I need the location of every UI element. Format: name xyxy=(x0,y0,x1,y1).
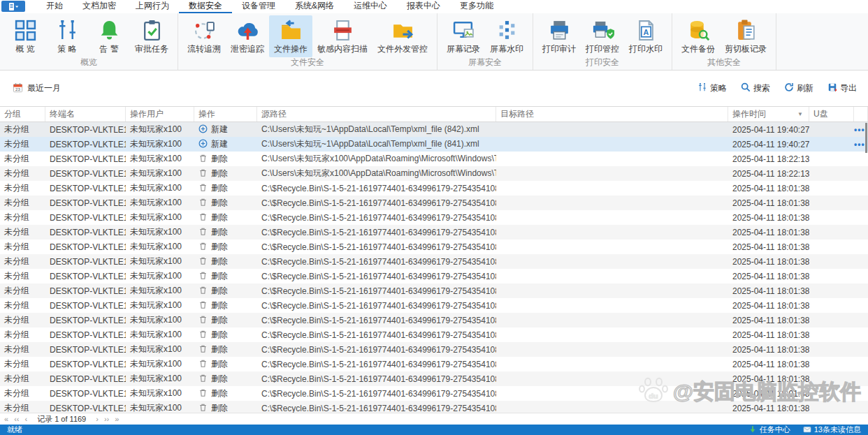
table-row[interactable]: 未分组DESKTOP-VLKTLE1未知玩家x100删除C:\Users\未知玩… xyxy=(0,166,868,181)
tab-3[interactable]: 上网行为 xyxy=(126,0,179,13)
table-row[interactable]: 未分组DESKTOP-VLKTLE1未知玩家x100删除C:\$Recycle.… xyxy=(0,357,868,371)
table-row[interactable]: 未分组DESKTOP-VLKTLE1未知玩家x100删除C:\$Recycle.… xyxy=(0,239,868,254)
prev-fast-icon[interactable]: ‹‹ xyxy=(14,415,19,423)
tab-6[interactable]: 系统&网络 xyxy=(285,0,344,13)
cell-user: 未知玩家x100 xyxy=(126,212,194,223)
table-row[interactable]: 未分组DESKTOP-VLKTLE1未知玩家x100删除C:\$Recycle.… xyxy=(0,196,868,210)
ribbon-item[interactable]: 概 览 xyxy=(4,15,46,57)
trash-icon xyxy=(198,242,208,253)
table-row[interactable]: 未分组DESKTOP-VLKTLE1未知玩家x100删除C:\$Recycle.… xyxy=(0,269,868,283)
cell-terminal: DESKTOP-VLKTLE1 xyxy=(45,184,126,193)
table-row[interactable]: 未分组DESKTOP-VLKTLE1未知玩家x100删除C:\$Recycle.… xyxy=(0,283,868,298)
tab-8[interactable]: 报表中心 xyxy=(397,0,450,13)
cell-group: 未分组 xyxy=(0,212,45,223)
table-row[interactable]: 未分组DESKTOP-VLKTLE1未知玩家x100删除C:\$Recycle.… xyxy=(0,254,868,269)
tab-4[interactable]: 数据安全 xyxy=(179,0,232,13)
table-row[interactable]: 未分组DESKTOP-VLKTLE1未知玩家x100删除C:\$Recycle.… xyxy=(0,298,868,313)
ribbon-item[interactable]: 打印管控 xyxy=(581,15,624,57)
cell-action: 删除 xyxy=(194,358,257,370)
column-filter-caret-icon[interactable]: ▼ xyxy=(797,111,803,117)
cell-terminal: DESKTOP-VLKTLE1 xyxy=(45,213,126,223)
tab-1[interactable]: 开始 xyxy=(36,0,73,13)
column-header[interactable]: 目标路径 xyxy=(496,107,728,121)
toolbar-button[interactable]: 搜索 xyxy=(741,82,770,94)
ribbon-item[interactable]: 策 略 xyxy=(46,15,88,57)
tab-2[interactable]: 文档加密 xyxy=(73,0,126,13)
trash-icon xyxy=(198,183,208,194)
ribbon-item[interactable]: 敏感内容扫描 xyxy=(312,15,372,57)
trash-icon xyxy=(198,374,208,385)
ribbon-item[interactable]: 文件操作 xyxy=(269,15,312,57)
ribbon-item[interactable]: 告 警 xyxy=(88,15,130,57)
tab-9[interactable]: 更多功能 xyxy=(450,0,503,13)
cell-source-path: C:\$Recycle.Bin\S-1-5-21-1619774401-6349… xyxy=(257,272,496,281)
ribbon-item[interactable]: 审批任务 xyxy=(130,15,173,57)
ribbon-item[interactable]: 文件备份 xyxy=(677,15,720,57)
column-header[interactable]: U盘 xyxy=(809,107,854,121)
ribbon-item[interactable]: 泄密追踪 xyxy=(226,15,269,57)
export-icon xyxy=(827,82,837,94)
ribbon-item-label: 剪切板记录 xyxy=(725,43,767,55)
table-row[interactable]: 未分组DESKTOP-VLKTLE1未知玩家x100删除C:\$Recycle.… xyxy=(0,210,868,225)
ribbon-item[interactable]: 文件外发管控 xyxy=(372,15,433,57)
table-row[interactable]: 未分组DESKTOP-VLKTLE1未知玩家x100删除C:\$Recycle.… xyxy=(0,386,868,401)
search-icon xyxy=(741,82,751,94)
cell-source-path: C:\Users\未知玩家x100\AppData\Roaming\Micros… xyxy=(257,168,496,179)
column-header[interactable]: 操作 xyxy=(194,107,257,121)
next-page-icon[interactable]: › xyxy=(96,415,99,423)
tab-7[interactable]: 运维中心 xyxy=(344,0,397,13)
trash-icon xyxy=(198,212,208,223)
table-row[interactable]: 未分组DESKTOP-VLKTLE1未知玩家x100删除C:\$Recycle.… xyxy=(0,313,868,327)
unread-messages-button[interactable]: 13条未读信息 xyxy=(803,425,861,435)
ribbon-item[interactable]: 打印审计 xyxy=(537,15,581,57)
last-page-icon[interactable]: » xyxy=(115,415,119,423)
plus-circle-icon xyxy=(198,124,208,135)
first-page-icon[interactable]: « xyxy=(4,415,8,423)
column-header[interactable] xyxy=(854,107,868,121)
table-row[interactable]: 未分组DESKTOP-VLKTLE1未知玩家x100删除C:\$Recycle.… xyxy=(0,181,868,196)
trash-icon xyxy=(198,256,208,267)
task-center-button[interactable]: 任务中心 xyxy=(748,425,790,435)
table-row[interactable]: 未分组DESKTOP-VLKTLE1未知玩家x100删除C:\$Recycle.… xyxy=(0,371,868,386)
table-row[interactable]: 未分组DESKTOP-VLKTLE1未知玩家x100删除C:\$Recycle.… xyxy=(0,327,868,342)
ribbon-item[interactable]: 屏幕记录 xyxy=(442,15,485,57)
cell-source-path: C:\$Recycle.Bin\S-1-5-21-1619774401-6349… xyxy=(257,404,496,413)
toolbar-button-label: 刷新 xyxy=(797,82,813,94)
table-row[interactable]: 未分组DESKTOP-VLKTLE1未知玩家x100新建C:\Users\未知玩… xyxy=(0,122,868,137)
date-range-filter[interactable]: 23 最近一月 xyxy=(13,82,61,95)
cell-source-path: C:\$Recycle.Bin\S-1-5-21-1619774401-6349… xyxy=(257,360,496,369)
toolbar-button[interactable]: 导出 xyxy=(827,82,857,94)
overview-grid-icon xyxy=(14,18,37,42)
table-row[interactable]: 未分组DESKTOP-VLKTLE1未知玩家x100删除C:\$Recycle.… xyxy=(0,225,868,239)
ribbon-item[interactable]: 屏幕水印 xyxy=(485,15,528,57)
ribbon-group: 打印审计打印管控A打印水印打印安全 xyxy=(533,13,672,70)
next-fast-icon[interactable]: ›› xyxy=(104,415,109,423)
app-menu-button[interactable] xyxy=(1,1,25,12)
cell-source-path: C:\$Recycle.Bin\S-1-5-21-1619774401-6349… xyxy=(257,228,496,237)
toolbar-button[interactable]: 刷新 xyxy=(784,82,813,94)
table-row[interactable]: 未分组DESKTOP-VLKTLE1未知玩家x100删除C:\$Recycle.… xyxy=(0,401,868,413)
trash-icon xyxy=(198,271,208,282)
ribbon-item[interactable]: 剪切板记录 xyxy=(720,15,772,57)
tab-5[interactable]: 设备管理 xyxy=(232,0,285,13)
plus-circle-icon xyxy=(198,139,208,150)
prev-page-icon[interactable]: ‹ xyxy=(24,415,27,423)
ribbon-group-label: 打印安全 xyxy=(533,57,672,68)
cell-user: 未知玩家x100 xyxy=(126,168,194,179)
vertical-scrollbar[interactable] xyxy=(865,123,867,153)
toolbar-button[interactable]: 策略 xyxy=(697,82,727,94)
cell-user: 未知玩家x100 xyxy=(126,226,194,238)
ribbon-item[interactable]: A打印水印 xyxy=(624,15,667,57)
ribbon-item[interactable]: 流转追溯 xyxy=(182,15,226,57)
column-header[interactable]: 终端名 xyxy=(45,107,126,121)
column-header[interactable]: 分组 xyxy=(0,107,45,121)
table-row[interactable]: 未分组DESKTOP-VLKTLE1未知玩家x100新建C:\Users\未知玩… xyxy=(0,137,868,152)
table-row[interactable]: 未分组DESKTOP-VLKTLE1未知玩家x100删除C:\$Recycle.… xyxy=(0,342,868,357)
column-header[interactable]: 操作用户 xyxy=(126,107,194,121)
table-row[interactable]: 未分组DESKTOP-VLKTLE1未知玩家x100删除C:\Users\未知玩… xyxy=(0,152,868,166)
column-header[interactable]: 操作时间▼ xyxy=(728,107,809,121)
tab-bar: 开始文档加密上网行为数据安全设备管理系统&网络运维中心报表中心更多功能 xyxy=(0,0,868,13)
record-count-label: 记录 1 of 1169 xyxy=(37,414,86,425)
column-header[interactable]: 源路径 xyxy=(257,107,496,121)
cell-user: 未知玩家x100 xyxy=(126,124,194,135)
